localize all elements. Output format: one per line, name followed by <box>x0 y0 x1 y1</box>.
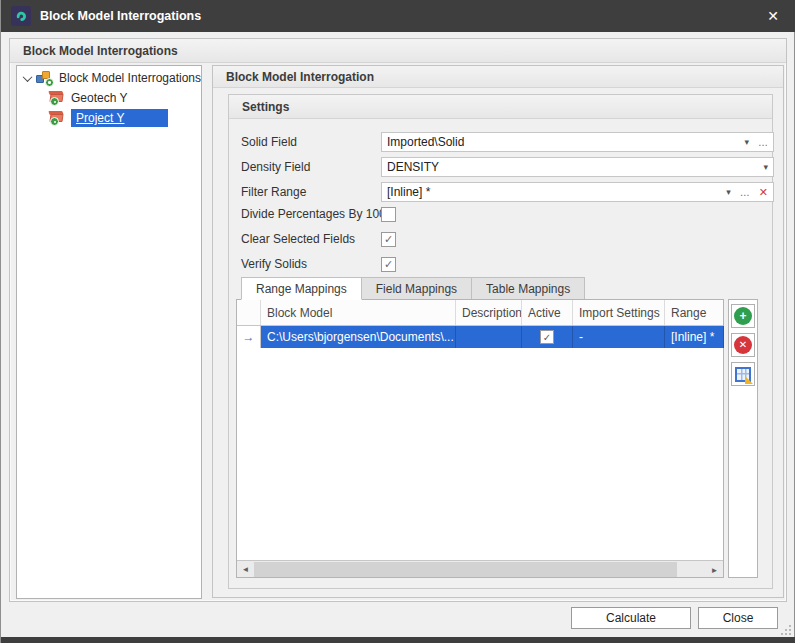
settings-group-box: Settings Solid Field Imported\Solid ▾ … … <box>228 94 773 589</box>
solid-field-input[interactable]: Imported\Solid ▾ … <box>381 132 774 152</box>
solid-field-row: Solid Field Imported\Solid ▾ … <box>241 132 762 152</box>
solid-field-value[interactable]: Imported\Solid <box>387 135 735 149</box>
grid-header-range[interactable]: Range <box>665 300 724 325</box>
ellipsis-icon[interactable]: … <box>758 137 768 148</box>
settings-title: Settings <box>242 100 289 114</box>
clear-selected-fields-label: Clear Selected Fields <box>241 232 355 246</box>
solid-field-label: Solid Field <box>241 135 297 149</box>
verify-solids-checkbox[interactable] <box>381 257 396 272</box>
block-models-icon <box>36 71 54 86</box>
range-mappings-grid: Block Model Description Active Import Se… <box>236 299 724 578</box>
filter-range-input[interactable]: [Inline] * ▾ … ✕ <box>381 182 774 202</box>
grid-toolbar: + ✕ <box>728 299 758 578</box>
close-window-button[interactable]: ✕ <box>750 0 795 32</box>
tree-item-geotech-y[interactable]: Geotech Y <box>17 88 201 108</box>
cell-block-model[interactable]: C:\Users\bjorgensen\Documents\... <box>261 326 456 348</box>
divide-percentages-label: Divide Percentages By 100 <box>241 207 386 221</box>
grid-header-import-settings[interactable]: Import Settings <box>573 300 665 325</box>
tab-table-mappings[interactable]: Table Mappings <box>472 277 585 300</box>
dropdown-icon[interactable]: ▾ <box>744 137 749 147</box>
grid-header-description[interactable]: Description <box>456 300 522 325</box>
delete-row-button[interactable]: ✕ <box>731 333 755 357</box>
tree-item-project-y[interactable]: Project Y <box>17 108 201 128</box>
cell-description[interactable] <box>456 326 522 348</box>
divide-percentages-row: Divide Percentages By 100 <box>241 206 386 222</box>
tab-field-mappings[interactable]: Field Mappings <box>362 277 472 300</box>
clear-selected-fields-row: Clear Selected Fields <box>241 231 355 247</box>
mappings-tabs: Range Mappings Field Mappings Table Mapp… <box>241 277 585 300</box>
edit-grid-icon <box>735 367 751 382</box>
expander-chevron-icon[interactable] <box>22 72 34 84</box>
main-group-box: Block Model Interrogations Block Model I… <box>9 38 787 602</box>
clear-filter-icon[interactable]: ✕ <box>759 186 768 199</box>
filter-range-row: Filter Range [Inline] * ▾ … ✕ <box>241 182 762 202</box>
main-group-title: Block Model Interrogations <box>23 44 178 58</box>
delete-icon: ✕ <box>734 336 752 354</box>
interrogation-box-icon <box>49 111 66 125</box>
grid-row-selected[interactable]: → C:\Users\bjorgensen\Documents\... - [I… <box>237 326 723 348</box>
scroll-right-icon[interactable]: ► <box>706 562 723 578</box>
divide-percentages-checkbox[interactable] <box>381 207 396 222</box>
density-field-label: Density Field <box>241 160 310 174</box>
edit-grid-button[interactable] <box>731 362 755 386</box>
scrollbar-thumb[interactable] <box>254 562 677 577</box>
density-field-value[interactable]: DENSITY <box>387 160 754 174</box>
window-title: Block Model Interrogations <box>40 9 201 23</box>
tree-item-label-selected[interactable]: Project Y <box>71 109 168 127</box>
interrogation-panel: Block Model Interrogation Settings Solid… <box>212 65 784 598</box>
active-checkbox[interactable] <box>540 330 554 344</box>
verify-solids-label: Verify Solids <box>241 257 307 271</box>
grid-header-selector <box>237 300 261 325</box>
grid-header-block-model[interactable]: Block Model <box>261 300 456 325</box>
add-row-button[interactable]: + <box>731 304 755 328</box>
add-icon: + <box>734 307 752 325</box>
tree-item-label[interactable]: Block Model Interrogations <box>59 71 201 85</box>
cell-range[interactable]: [Inline] * <box>665 326 724 348</box>
verify-solids-row: Verify Solids <box>241 256 307 272</box>
grid-header-row: Block Model Description Active Import Se… <box>237 300 723 326</box>
filter-range-value[interactable]: [Inline] * <box>387 185 717 199</box>
cell-active <box>522 326 573 348</box>
interrogation-panel-title: Block Model Interrogation <box>226 70 374 84</box>
main-group-header: Block Model Interrogations <box>10 39 786 63</box>
tree-item-root[interactable]: Block Model Interrogations <box>17 68 201 88</box>
interrogation-panel-header: Block Model Interrogation <box>213 66 783 88</box>
interrogations-tree[interactable]: Block Model Interrogations Geotech Y Pro… <box>16 65 202 599</box>
ellipsis-icon[interactable]: … <box>740 187 750 198</box>
window-bottom-edge <box>1 637 795 643</box>
horizontal-scrollbar[interactable]: ◄ ► <box>237 560 723 577</box>
density-field-row: Density Field DENSITY ▾ <box>241 157 762 177</box>
grid-header-active[interactable]: Active <box>522 300 573 325</box>
filter-range-label: Filter Range <box>241 185 306 199</box>
clear-selected-fields-checkbox[interactable] <box>381 232 396 247</box>
cell-import-settings[interactable]: - <box>573 326 665 348</box>
calculate-button[interactable]: Calculate <box>571 607 691 629</box>
row-indicator-arrow-icon: → <box>237 326 261 348</box>
scroll-left-icon[interactable]: ◄ <box>237 561 254 577</box>
dialog-window: Block Model Interrogations ✕ Block Model… <box>0 0 795 643</box>
interrogation-box-icon <box>49 91 66 105</box>
tab-range-mappings[interactable]: Range Mappings <box>241 277 362 300</box>
dropdown-icon[interactable]: ▾ <box>763 162 768 172</box>
title-bar: Block Model Interrogations ✕ <box>1 0 795 32</box>
app-logo-icon <box>11 6 31 26</box>
tree-item-label[interactable]: Geotech Y <box>71 91 127 105</box>
density-field-input[interactable]: DENSITY ▾ <box>381 157 774 177</box>
dropdown-icon[interactable]: ▾ <box>726 187 731 197</box>
resize-grip[interactable] <box>789 633 791 635</box>
settings-header: Settings <box>229 95 772 119</box>
close-button[interactable]: Close <box>698 607 778 629</box>
